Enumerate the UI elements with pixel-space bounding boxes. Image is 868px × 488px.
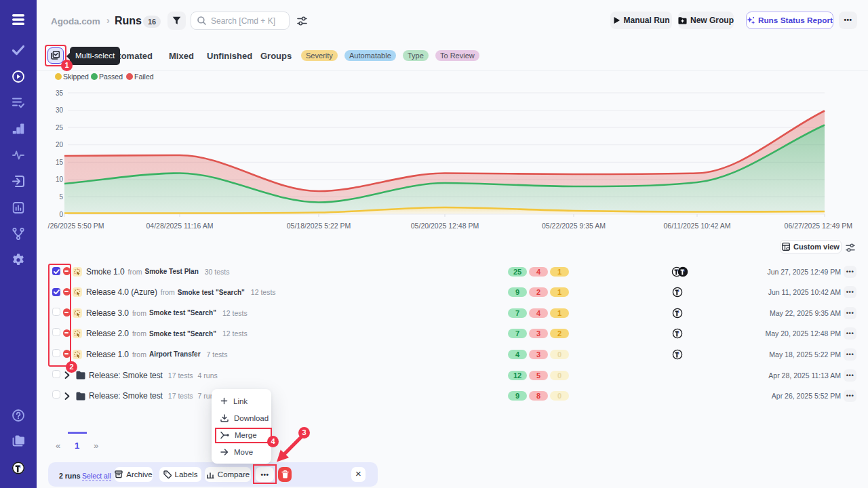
svg-text:05/22/2025 9:35 AM: 05/22/2025 9:35 AM	[542, 222, 606, 230]
svg-text:Skipped: Skipped	[63, 73, 89, 81]
svg-text:30: 30	[56, 106, 64, 114]
svg-text:06/11/2025 10:42 AM: 06/11/2025 10:42 AM	[663, 222, 730, 230]
svg-text:/26/2025 5:50 PM: /26/2025 5:50 PM	[48, 222, 104, 230]
svg-text:0: 0	[59, 211, 63, 218]
svg-text:Passed: Passed	[99, 73, 123, 81]
svg-text:20: 20	[56, 141, 64, 148]
svg-text:05/20/2025 12:48 PM: 05/20/2025 12:48 PM	[411, 222, 479, 230]
svg-text:25: 25	[56, 124, 64, 131]
svg-text:15: 15	[56, 159, 64, 166]
svg-text:35: 35	[56, 89, 64, 97]
svg-text:06/27/2025 12:49 PM: 06/27/2025 12:49 PM	[785, 222, 852, 230]
svg-text:05/18/2025 5:22 PM: 05/18/2025 5:22 PM	[287, 222, 351, 230]
svg-text:10: 10	[56, 176, 64, 183]
svg-text:5: 5	[59, 193, 63, 201]
svg-text:Failed: Failed	[134, 73, 154, 81]
svg-text:04/28/2025 11:16 AM: 04/28/2025 11:16 AM	[146, 222, 213, 230]
